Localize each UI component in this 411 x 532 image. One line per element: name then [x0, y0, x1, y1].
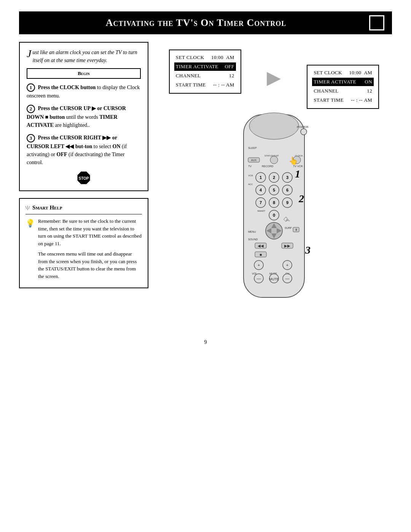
smart-help-content: Remember: Be sure to set the clock to th…	[38, 217, 142, 283]
svg-text:STOP: STOP	[78, 176, 89, 181]
svg-text:5: 5	[273, 188, 275, 192]
svg-text:SLEEP: SLEEP	[248, 147, 257, 149]
intro-text: J ust like an alarm clock you can set th…	[27, 48, 141, 64]
svg-text:MUTE: MUTE	[269, 277, 279, 281]
svg-text:⏸: ⏸	[295, 228, 298, 232]
svg-text:—: —	[257, 276, 261, 281]
svg-text:◀◀: ◀◀	[258, 244, 264, 248]
svg-text:SOUND: SOUND	[248, 238, 258, 241]
main-content: J ust like an alarm clock you can set th…	[19, 42, 392, 324]
screen-before-row-2: TIMER ACTIVATE OFF	[174, 62, 236, 71]
svg-point-11	[270, 156, 278, 164]
begin-label: Begin	[27, 68, 141, 79]
remote-container: POWER SLEEP STATUS/EXIT CLOCK AUX TV	[221, 103, 327, 324]
drop-cap: J	[27, 48, 31, 59]
remote-control-svg: POWER SLEEP STATUS/EXIT CLOCK AUX TV	[221, 103, 327, 324]
step-3-off: OFF	[57, 152, 67, 157]
svg-text:7: 7	[260, 200, 262, 205]
page-number: 9	[19, 339, 392, 345]
svg-text:👆: 👆	[288, 156, 298, 165]
svg-point-5	[301, 129, 307, 135]
svg-text:STATUS/EXIT: STATUS/EXIT	[264, 155, 279, 157]
svg-text:TV VCR: TV VCR	[293, 165, 303, 168]
svg-text:1: 1	[260, 175, 262, 180]
page-header: Activating the TV's On Timer Control	[19, 11, 392, 34]
svg-text:0: 0	[273, 213, 275, 217]
svg-text:RECORD: RECORD	[262, 165, 273, 168]
screen-after-row-3: CHANNEL 12	[312, 87, 374, 95]
page-container: Activating the TV's On Timer Control J u…	[0, 0, 411, 532]
stop-icon-area: STOP	[27, 171, 141, 185]
svg-text:▶▶: ▶▶	[284, 244, 290, 248]
step-3-num: 3	[27, 134, 35, 142]
transition-arrow: ▶	[267, 69, 281, 87]
step-2-text2: are highlighted..	[55, 122, 90, 128]
svg-text:+: +	[286, 263, 288, 267]
svg-text:ACC: ACC	[248, 183, 253, 185]
page-title: Activating the TV's On Timer Control	[27, 17, 365, 29]
right-column: SET CLOCK 10:00 AM TIMER ACTIVATE OFF CH…	[156, 42, 392, 324]
svg-text:8: 8	[273, 200, 275, 205]
svg-text:3: 3	[286, 175, 288, 180]
svg-text:9: 9	[286, 200, 288, 205]
smart-help-box: \ | / Smart Help 💡 Remember: Be sure to …	[19, 198, 148, 289]
svg-text:SMART: SMART	[257, 210, 265, 212]
instruction-box: J ust like an alarm clock you can set th…	[19, 42, 148, 191]
svg-text:1: 1	[295, 168, 300, 180]
smart-help-para-1: Remember: Be sure to set the clock to th…	[38, 217, 142, 247]
smart-help-title: Smart Help	[32, 203, 62, 212]
screen-before-row-4: START TIME -- : -- AM	[174, 81, 236, 89]
svg-text:MENU: MENU	[248, 230, 256, 233]
svg-text:VCR: VCR	[248, 174, 253, 177]
step-3-on: ON	[113, 144, 121, 149]
step-2: 2 Press the CURSOR UP ▶ or CURSOR DOWN ■…	[27, 104, 141, 129]
step-2-num: 2	[27, 105, 35, 113]
lightbulb-icon: 💡	[25, 217, 35, 229]
header-box	[369, 15, 384, 30]
step-3: 3 Press the CURSOR RIGHT ▶▶ or CURSOR LE…	[27, 134, 141, 166]
screen-before-row-1: SET CLOCK 10:00 AM	[174, 53, 236, 62]
svg-text:3: 3	[305, 244, 311, 256]
svg-text:SURF: SURF	[285, 227, 292, 229]
svg-text:TV: TV	[248, 165, 252, 168]
svg-text:+: +	[258, 263, 260, 267]
smart-help-decoration: \ | /	[25, 204, 29, 211]
svg-text:■: ■	[260, 252, 262, 257]
step-1-num: 1	[27, 83, 35, 92]
step-3-text1: to select	[94, 144, 113, 149]
smart-help-para-2: The onscreen menu will time out and disa…	[38, 250, 142, 280]
svg-text:—: —	[285, 276, 290, 281]
intro-body: ust like an alarm clock you can set the …	[32, 50, 137, 63]
screen-after-row-2: TIMER ACTIVATE ON	[312, 78, 374, 86]
screen-before-row-3: CHANNEL 12	[174, 72, 236, 80]
screen-before: SET CLOCK 10:00 AM TIMER ACTIVATE OFF CH…	[169, 50, 241, 94]
svg-text:POWER: POWER	[297, 125, 308, 129]
step-2-text1: until the words	[66, 114, 100, 120]
svg-point-3	[249, 113, 299, 139]
svg-text:4: 4	[260, 188, 262, 192]
stop-icon: STOP	[77, 171, 91, 185]
svg-text:2: 2	[298, 193, 304, 204]
screen-after: SET CLOCK 10:00 AM TIMER ACTIVATE ON CHA…	[307, 65, 379, 109]
smart-help-header: \ | / Smart Help	[25, 203, 142, 215]
screens-row: SET CLOCK 10:00 AM TIMER ACTIVATE OFF CH…	[156, 42, 392, 109]
screen-after-row-1: SET CLOCK 10:00 AM	[312, 69, 374, 77]
svg-text:AUX: AUX	[251, 159, 257, 161]
left-column: J ust like an alarm clock you can set th…	[19, 42, 148, 288]
step-1-bold: Press the CLOCK button	[38, 85, 96, 90]
step-1: 1 Press the CLOCK button to display the …	[27, 83, 141, 100]
svg-text:6: 6	[286, 188, 288, 192]
svg-text:2: 2	[273, 175, 275, 180]
